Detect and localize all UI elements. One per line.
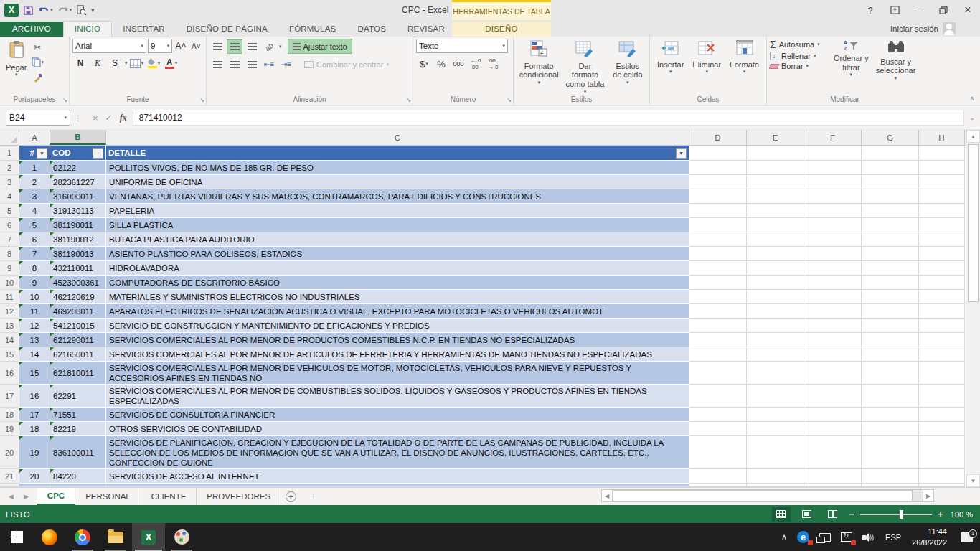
cell-detalle[interactable]: SERVICIO DE CONSTRUCCION Y MANTENIMIENTO… xyxy=(106,319,689,333)
cell-D[interactable] xyxy=(689,161,747,175)
scroll-right-arrow[interactable]: ▶ xyxy=(923,489,934,502)
cell-G[interactable] xyxy=(862,276,919,290)
comma-style-button[interactable]: 000 xyxy=(451,57,466,71)
name-box[interactable]: B24▾ xyxy=(6,110,70,126)
row-header-11[interactable]: 11 xyxy=(0,290,19,304)
cell-E[interactable] xyxy=(747,385,804,408)
cell-D[interactable] xyxy=(689,276,747,290)
cell-D[interactable] xyxy=(689,333,747,347)
row-header-18[interactable]: 18 xyxy=(0,408,19,422)
cell-num[interactable]: 13 xyxy=(19,333,50,347)
tab-diseno-contextual[interactable]: DISEÑO xyxy=(452,22,551,37)
sheet-tab-personal[interactable]: PERSONAL xyxy=(75,488,141,505)
cell-num[interactable]: 3 xyxy=(19,189,50,204)
column-header-F[interactable]: F xyxy=(804,130,862,145)
cell-D[interactable] xyxy=(689,385,747,408)
sheet-tab-cpc[interactable]: CPC xyxy=(37,488,75,505)
cell-num[interactable]: 18 xyxy=(19,422,50,436)
row-header-6[interactable]: 6 xyxy=(0,218,19,232)
close-button[interactable]: × xyxy=(956,0,980,20)
cell-F[interactable] xyxy=(804,469,862,484)
cell-cod[interactable]: 621290011 xyxy=(50,333,106,347)
cell-cod[interactable]: 621810011 xyxy=(50,362,106,385)
cell-E[interactable] xyxy=(747,276,804,290)
font-size-select[interactable]: 9▾ xyxy=(148,39,172,53)
table-header-detalle[interactable]: DETALLE▼ xyxy=(106,146,689,161)
tab-datos[interactable]: DATOS xyxy=(347,22,397,37)
cell-num[interactable]: 10 xyxy=(19,290,50,304)
row-header-4[interactable]: 4 xyxy=(0,189,19,204)
row-header-17[interactable]: 17 xyxy=(0,385,19,408)
cell-E[interactable] xyxy=(747,362,804,385)
cell-F[interactable] xyxy=(804,304,862,319)
copy-button[interactable]: ▾ xyxy=(29,55,45,70)
row-header-10[interactable]: 10 xyxy=(0,276,19,290)
cell-F[interactable] xyxy=(804,189,862,204)
format-painter-button[interactable] xyxy=(29,70,45,85)
cell-cod[interactable]: 84220 xyxy=(50,469,106,484)
row-header-19[interactable]: 19 xyxy=(0,422,19,436)
cell-G[interactable] xyxy=(862,175,919,189)
cell-F[interactable] xyxy=(804,247,862,261)
cell-H[interactable] xyxy=(919,304,965,319)
tray-edge[interactable]: e xyxy=(792,523,814,551)
sheet-nav-prev[interactable]: ◀ xyxy=(9,493,14,500)
cell-H[interactable] xyxy=(919,189,965,204)
cell-H[interactable] xyxy=(919,247,965,261)
cell-cod[interactable]: 541210015 xyxy=(50,319,106,333)
cell-F[interactable] xyxy=(804,319,862,333)
cell-D[interactable] xyxy=(689,290,747,304)
cell-H[interactable] xyxy=(919,469,965,484)
sort-filter-button[interactable]: AZ Ordenar y filtrar▾ xyxy=(831,39,872,90)
insert-function-button[interactable]: fx xyxy=(120,113,127,123)
normal-view-button[interactable] xyxy=(772,507,791,522)
print-preview-button[interactable] xyxy=(76,5,87,16)
help-button[interactable]: ? xyxy=(858,0,882,20)
tab-f-rmulas[interactable]: FÓRMULAS xyxy=(278,22,347,37)
cell-G[interactable] xyxy=(862,333,919,347)
row-header-13[interactable]: 13 xyxy=(0,319,19,333)
wrap-text-button[interactable]: Ajustar texto xyxy=(288,39,352,54)
cell-num[interactable]: 17 xyxy=(19,408,50,422)
cell-E[interactable] xyxy=(747,333,804,347)
tab-dise-o-de-p-gina[interactable]: DISEÑO DE PÁGINA xyxy=(176,22,278,37)
decrease-decimal-button[interactable]: .00→.0 xyxy=(485,57,501,71)
cell-E[interactable] xyxy=(747,347,804,362)
cell-E[interactable] xyxy=(747,232,804,247)
cell-detalle[interactable]: SERVICIOS COMERCIALES AL POR MENOR DE CO… xyxy=(106,385,689,408)
row-header-15[interactable]: 15 xyxy=(0,347,19,362)
cell-cod[interactable]: 62291 xyxy=(50,385,106,408)
scroll-down-arrow[interactable]: ▼ xyxy=(966,474,980,487)
tray-volume-icon[interactable]: ))) xyxy=(857,523,880,551)
cell-D[interactable] xyxy=(689,261,747,276)
currency-button[interactable]: $▾ xyxy=(416,57,432,71)
increase-decimal-button[interactable]: ←.0.00 xyxy=(468,57,484,71)
cell-cod[interactable]: 02122 xyxy=(50,161,106,175)
cell-cod[interactable]: 282361227 xyxy=(50,175,106,189)
cell-H[interactable] xyxy=(919,232,965,247)
conditional-formatting-button[interactable]: ≠ Formato condicional▾ xyxy=(517,39,561,90)
column-header-G[interactable]: G xyxy=(862,130,919,145)
cell-G[interactable] xyxy=(862,408,919,422)
row-header-1[interactable]: 1 xyxy=(0,146,19,161)
cell-G[interactable] xyxy=(862,232,919,247)
taskbar-firefox[interactable] xyxy=(33,523,66,551)
cell-G[interactable] xyxy=(862,436,919,469)
cell-H[interactable] xyxy=(919,204,965,218)
cell-num[interactable]: 11 xyxy=(19,304,50,319)
cell-E[interactable] xyxy=(747,261,804,276)
cell-F[interactable] xyxy=(804,436,862,469)
cell-detalle[interactable]: OTROS SERVICIOS DE CONTABILIDAD xyxy=(106,422,689,436)
filter-dropdown-detalle[interactable]: ▼ xyxy=(676,148,687,159)
tab-revisar[interactable]: REVISAR xyxy=(397,22,456,37)
cell-detalle[interactable]: SERVICIOS COMERCIALES AL POR MENOR DE VE… xyxy=(106,362,689,385)
cell-D[interactable] xyxy=(689,347,747,362)
cell-detalle[interactable]: APARATOS ELECTRICOS DE SENALIZACION ACUS… xyxy=(106,304,689,319)
align-right-button[interactable] xyxy=(244,57,260,72)
cell-cod[interactable]: 316000011 xyxy=(50,189,106,204)
zoom-out-button[interactable]: − xyxy=(849,509,855,519)
sheet-tab-proveedores[interactable]: PROVEEDORES xyxy=(197,488,281,505)
cell-E[interactable] xyxy=(747,161,804,175)
cell-D[interactable] xyxy=(689,232,747,247)
cell-H[interactable] xyxy=(919,276,965,290)
